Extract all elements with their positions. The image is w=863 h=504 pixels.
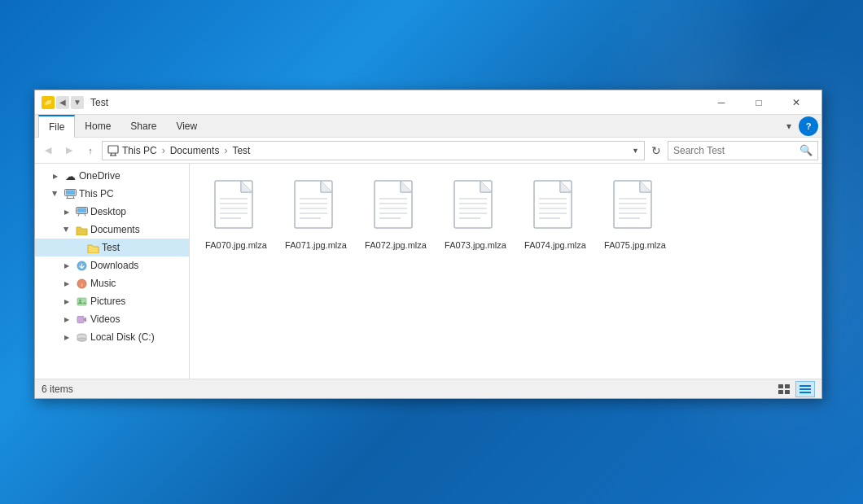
file-icon [609, 179, 661, 239]
sidebar-item-videos[interactable]: ▶ Videos [35, 310, 189, 328]
file-item[interactable]: FA074.jpg.mlza [519, 173, 592, 256]
sidebar-item-pictures[interactable]: ▶ Pictures [35, 292, 189, 310]
file-name: FA072.jpg.mlza [365, 239, 427, 251]
svg-rect-16 [77, 298, 86, 305]
file-icon [529, 179, 581, 239]
up-button[interactable]: ↑ [81, 141, 100, 160]
search-input[interactable] [673, 145, 796, 156]
svg-rect-58 [785, 384, 790, 388]
documents-expand-arrow[interactable]: ▶ [61, 224, 72, 235]
pictures-expand-arrow[interactable]: ▶ [61, 296, 72, 307]
address-path[interactable]: This PC › Documents › Test ▼ [102, 141, 645, 160]
refresh-button[interactable]: ↻ [646, 141, 666, 160]
menu-tab-share[interactable]: Share [120, 115, 166, 138]
path-documents[interactable]: Documents [170, 145, 220, 156]
svg-rect-57 [778, 384, 783, 388]
sidebar-item-onedrive[interactable]: ▶ ☁ OneDrive [35, 167, 189, 185]
file-icon [290, 179, 342, 239]
file-name: FA070.jpg.mlza [205, 239, 267, 251]
file-icon [210, 179, 262, 239]
videos-expand-arrow[interactable]: ▶ [61, 313, 72, 325]
path-test[interactable]: Test [232, 145, 250, 156]
maximize-button[interactable]: □ [740, 90, 778, 115]
file-item[interactable]: FA072.jpg.mlza [359, 173, 432, 256]
close-button[interactable]: ✕ [778, 90, 815, 115]
thispc-icon [64, 187, 77, 200]
videos-label: Videos [90, 313, 120, 325]
documents-icon [75, 223, 88, 236]
main-file-area: FA070.jpg.mlza FA071.jpg.mlza [190, 164, 821, 379]
sidebar-item-test[interactable]: ▶ Test [35, 239, 189, 256]
music-label: Music [90, 278, 116, 289]
desktop-label: Desktop [90, 206, 126, 217]
downloads-expand-arrow[interactable]: ▶ [61, 260, 72, 271]
svg-rect-59 [778, 390, 783, 394]
window-controls: ─ □ ✕ [703, 90, 815, 115]
svg-rect-0 [108, 146, 118, 153]
svg-text:♪: ♪ [80, 281, 83, 287]
file-item[interactable]: FA075.jpg.mlza [598, 173, 672, 256]
svg-rect-62 [799, 388, 811, 390]
list-view-button[interactable] [795, 381, 815, 397]
svg-line-12 [85, 214, 85, 217]
thispc-expand-arrow[interactable]: ▶ [50, 188, 61, 199]
sidebar-item-downloads[interactable]: ▶ Downloads [35, 256, 189, 274]
search-icon[interactable]: 🔍 [799, 144, 813, 156]
sidebar-item-desktop[interactable]: ▶ Desktop [35, 203, 189, 221]
file-explorer-window: 📁 ◀ ▼ Test ─ □ ✕ File Home Share View ▾ … [34, 90, 822, 399]
menu-tab-home[interactable]: Home [75, 115, 120, 138]
videos-icon [75, 313, 88, 326]
minimize-button[interactable]: ─ [703, 90, 740, 115]
sidebar-item-music[interactable]: ▶ ♪ Music [35, 274, 189, 292]
test-folder-icon [86, 241, 99, 254]
thispc-label: This PC [79, 188, 114, 199]
sidebar-item-localdisk[interactable]: ▶ Local Disk (C:) [35, 328, 189, 346]
path-computer-icon [107, 145, 119, 156]
file-name: FA075.jpg.mlza [604, 239, 666, 251]
sidebar-item-thispc[interactable]: ▶ This PC [35, 185, 189, 203]
title-bar: 📁 ◀ ▼ Test ─ □ ✕ [35, 90, 821, 115]
file-icon [449, 179, 502, 239]
file-item[interactable]: FA073.jpg.mlza [439, 173, 512, 256]
forward-button[interactable]: ▶ [59, 141, 79, 160]
localdisk-icon [75, 331, 88, 344]
file-name: FA071.jpg.mlza [285, 239, 347, 251]
path-dropdown-arrow[interactable]: ▼ [632, 147, 639, 155]
help-button[interactable]: ? [799, 116, 818, 136]
svg-rect-18 [77, 316, 84, 322]
address-bar: ◀ ▶ ↑ This PC › Documents › Test ▼ ↻ 🔍 [35, 138, 821, 164]
file-name: FA073.jpg.mlza [445, 239, 506, 251]
menu-tab-file[interactable]: File [38, 115, 75, 138]
onedrive-expand-arrow[interactable]: ▶ [50, 170, 61, 182]
menu-bar: File Home Share View ▾ ? [35, 115, 821, 138]
menu-expand-button[interactable]: ▾ [779, 116, 799, 136]
desktop-expand-arrow[interactable]: ▶ [61, 206, 72, 217]
menu-tab-view[interactable]: View [166, 115, 207, 138]
documents-label: Documents [90, 224, 140, 235]
search-box: 🔍 [668, 141, 818, 160]
back-button[interactable]: ◀ [38, 141, 58, 160]
desktop-icon [75, 205, 88, 218]
svg-rect-61 [799, 385, 811, 387]
svg-rect-63 [799, 392, 811, 393]
music-icon: ♪ [75, 277, 88, 290]
file-item[interactable]: FA070.jpg.mlza [199, 173, 273, 256]
grid-view-button[interactable] [774, 381, 794, 397]
pictures-label: Pictures [90, 296, 125, 307]
localdisk-expand-arrow[interactable]: ▶ [61, 331, 72, 343]
downloads-label: Downloads [90, 260, 138, 271]
localdisk-label: Local Disk (C:) [90, 331, 155, 343]
pictures-icon [75, 295, 88, 308]
path-sep-2: › [224, 145, 227, 156]
folder-icon-title: 📁 [42, 96, 55, 109]
file-name: FA074.jpg.mlza [524, 239, 586, 251]
item-count: 6 items [42, 383, 73, 395]
sidebar: ▶ ☁ OneDrive ▶ This PC ▶ [35, 164, 190, 379]
path-this-pc[interactable]: This PC [122, 145, 157, 156]
file-icon [370, 179, 422, 239]
file-item[interactable]: FA071.jpg.mlza [279, 173, 353, 256]
sidebar-item-documents[interactable]: ▶ Documents [35, 221, 189, 239]
downloads-icon [75, 259, 88, 272]
svg-rect-5 [66, 191, 75, 195]
music-expand-arrow[interactable]: ▶ [61, 278, 72, 289]
